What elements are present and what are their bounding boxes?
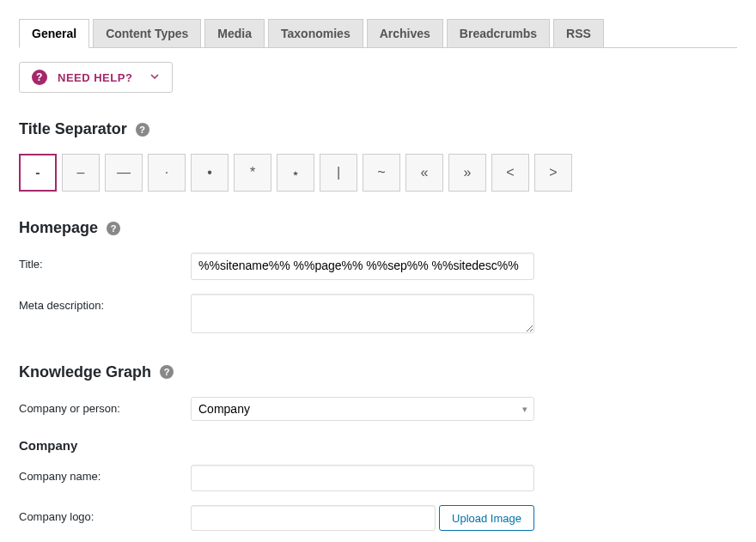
company-logo-input[interactable]	[191, 505, 436, 531]
chevron-down-icon	[149, 71, 160, 84]
help-icon[interactable]: ?	[136, 123, 149, 137]
tab-general[interactable]: General	[19, 19, 89, 48]
title-input[interactable]	[191, 253, 534, 280]
tab-breadcrumbs[interactable]: Breadcrumbs	[447, 19, 550, 47]
tab-media[interactable]: Media	[204, 19, 265, 47]
separator-option[interactable]: >	[534, 154, 572, 192]
nav-tabs: General Content Types Media Taxonomies A…	[19, 19, 737, 48]
upload-image-button[interactable]: Upload Image	[439, 505, 534, 531]
homepage-section: Homepage ? Title: Meta description:	[19, 219, 737, 336]
separator-row: -–—·•*⋆|~«»<>	[19, 154, 737, 192]
separator-option[interactable]: «	[405, 154, 443, 192]
knowledge-graph-section: Knowledge Graph ? Company or person: Com…	[19, 363, 737, 532]
separator-option[interactable]: <	[491, 154, 529, 192]
need-help-button[interactable]: ? NEED HELP?	[19, 62, 173, 93]
title-separator-heading: Title Separator	[19, 120, 127, 138]
company-name-input[interactable]	[191, 465, 534, 492]
company-logo-label: Company logo:	[19, 505, 191, 523]
homepage-heading: Homepage	[19, 219, 98, 237]
company-subheading: Company	[19, 438, 737, 453]
tab-taxonomies[interactable]: Taxonomies	[268, 19, 363, 47]
meta-description-input[interactable]	[191, 294, 534, 333]
separator-option[interactable]: ·	[148, 154, 186, 192]
title-separator-section: Title Separator ? -–—·•*⋆|~«»<>	[19, 120, 737, 192]
knowledge-graph-heading: Knowledge Graph	[19, 363, 151, 381]
separator-option[interactable]: –	[62, 154, 100, 192]
tab-archives[interactable]: Archives	[367, 19, 443, 47]
separator-option[interactable]: -	[19, 154, 57, 192]
separator-option[interactable]: *	[234, 154, 271, 192]
need-help-label: NEED HELP?	[58, 71, 132, 84]
separator-option[interactable]: |	[320, 154, 357, 192]
separator-option[interactable]: ⋆	[277, 154, 314, 192]
company-name-label: Company name:	[19, 465, 191, 483]
question-icon: ?	[32, 70, 47, 85]
separator-option[interactable]: •	[191, 154, 229, 192]
separator-option[interactable]: »	[448, 154, 486, 192]
help-icon[interactable]: ?	[107, 222, 120, 235]
separator-option[interactable]: —	[105, 154, 143, 192]
company-or-person-label: Company or person:	[19, 397, 191, 415]
company-or-person-select[interactable]: Company	[191, 397, 534, 421]
meta-description-label: Meta description:	[19, 294, 191, 312]
help-icon[interactable]: ?	[160, 365, 174, 379]
title-label: Title:	[19, 253, 191, 271]
tab-content-types[interactable]: Content Types	[93, 19, 201, 47]
tab-rss[interactable]: RSS	[553, 19, 604, 47]
separator-option[interactable]: ~	[363, 154, 400, 192]
